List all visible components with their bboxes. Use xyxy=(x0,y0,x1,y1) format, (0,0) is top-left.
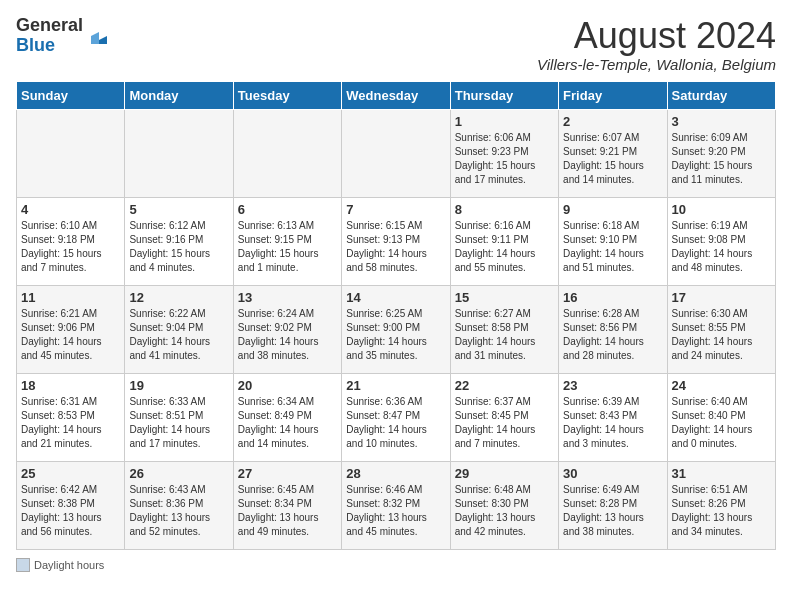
calendar-cell: 1Sunrise: 6:06 AM Sunset: 9:23 PM Daylig… xyxy=(450,109,558,197)
day-info: Sunrise: 6:27 AM Sunset: 8:58 PM Dayligh… xyxy=(455,307,554,363)
weekday-header: Saturday xyxy=(667,81,775,109)
day-info: Sunrise: 6:25 AM Sunset: 9:00 PM Dayligh… xyxy=(346,307,445,363)
calendar-cell: 30Sunrise: 6:49 AM Sunset: 8:28 PM Dayli… xyxy=(559,461,667,549)
day-number: 13 xyxy=(238,290,337,305)
page-header: General Blue August 2024 Villers-le-Temp… xyxy=(16,16,776,73)
weekday-header: Sunday xyxy=(17,81,125,109)
calendar-cell: 29Sunrise: 6:48 AM Sunset: 8:30 PM Dayli… xyxy=(450,461,558,549)
day-number: 25 xyxy=(21,466,120,481)
calendar-header: SundayMondayTuesdayWednesdayThursdayFrid… xyxy=(17,81,776,109)
weekday-header: Friday xyxy=(559,81,667,109)
day-number: 22 xyxy=(455,378,554,393)
day-number: 4 xyxy=(21,202,120,217)
calendar-cell: 23Sunrise: 6:39 AM Sunset: 8:43 PM Dayli… xyxy=(559,373,667,461)
day-number: 12 xyxy=(129,290,228,305)
legend-item: Daylight hours xyxy=(16,558,104,572)
logo: General Blue xyxy=(16,16,113,56)
calendar-cell: 14Sunrise: 6:25 AM Sunset: 9:00 PM Dayli… xyxy=(342,285,450,373)
day-info: Sunrise: 6:13 AM Sunset: 9:15 PM Dayligh… xyxy=(238,219,337,275)
weekday-header: Thursday xyxy=(450,81,558,109)
calendar-cell: 7Sunrise: 6:15 AM Sunset: 9:13 PM Daylig… xyxy=(342,197,450,285)
calendar-week-row: 1Sunrise: 6:06 AM Sunset: 9:23 PM Daylig… xyxy=(17,109,776,197)
day-number: 7 xyxy=(346,202,445,217)
day-info: Sunrise: 6:24 AM Sunset: 9:02 PM Dayligh… xyxy=(238,307,337,363)
calendar-cell: 2Sunrise: 6:07 AM Sunset: 9:21 PM Daylig… xyxy=(559,109,667,197)
day-number: 31 xyxy=(672,466,771,481)
calendar-cell: 21Sunrise: 6:36 AM Sunset: 8:47 PM Dayli… xyxy=(342,373,450,461)
day-info: Sunrise: 6:15 AM Sunset: 9:13 PM Dayligh… xyxy=(346,219,445,275)
day-info: Sunrise: 6:12 AM Sunset: 9:16 PM Dayligh… xyxy=(129,219,228,275)
calendar-cell: 28Sunrise: 6:46 AM Sunset: 8:32 PM Dayli… xyxy=(342,461,450,549)
day-number: 5 xyxy=(129,202,228,217)
day-info: Sunrise: 6:43 AM Sunset: 8:36 PM Dayligh… xyxy=(129,483,228,539)
day-info: Sunrise: 6:34 AM Sunset: 8:49 PM Dayligh… xyxy=(238,395,337,451)
calendar-cell: 25Sunrise: 6:42 AM Sunset: 8:38 PM Dayli… xyxy=(17,461,125,549)
calendar-cell: 19Sunrise: 6:33 AM Sunset: 8:51 PM Dayli… xyxy=(125,373,233,461)
weekday-header: Tuesday xyxy=(233,81,341,109)
day-number: 10 xyxy=(672,202,771,217)
day-number: 28 xyxy=(346,466,445,481)
day-info: Sunrise: 6:22 AM Sunset: 9:04 PM Dayligh… xyxy=(129,307,228,363)
calendar-cell: 20Sunrise: 6:34 AM Sunset: 8:49 PM Dayli… xyxy=(233,373,341,461)
weekday-header-row: SundayMondayTuesdayWednesdayThursdayFrid… xyxy=(17,81,776,109)
calendar-cell: 24Sunrise: 6:40 AM Sunset: 8:40 PM Dayli… xyxy=(667,373,775,461)
day-number: 17 xyxy=(672,290,771,305)
day-info: Sunrise: 6:49 AM Sunset: 8:28 PM Dayligh… xyxy=(563,483,662,539)
weekday-header: Monday xyxy=(125,81,233,109)
day-number: 27 xyxy=(238,466,337,481)
day-number: 23 xyxy=(563,378,662,393)
logo-blue: Blue xyxy=(16,35,55,55)
calendar-cell xyxy=(125,109,233,197)
calendar-cell: 5Sunrise: 6:12 AM Sunset: 9:16 PM Daylig… xyxy=(125,197,233,285)
day-info: Sunrise: 6:21 AM Sunset: 9:06 PM Dayligh… xyxy=(21,307,120,363)
day-number: 29 xyxy=(455,466,554,481)
day-info: Sunrise: 6:37 AM Sunset: 8:45 PM Dayligh… xyxy=(455,395,554,451)
day-number: 30 xyxy=(563,466,662,481)
calendar-cell: 11Sunrise: 6:21 AM Sunset: 9:06 PM Dayli… xyxy=(17,285,125,373)
day-info: Sunrise: 6:06 AM Sunset: 9:23 PM Dayligh… xyxy=(455,131,554,187)
calendar-cell: 3Sunrise: 6:09 AM Sunset: 9:20 PM Daylig… xyxy=(667,109,775,197)
day-info: Sunrise: 6:45 AM Sunset: 8:34 PM Dayligh… xyxy=(238,483,337,539)
calendar-cell: 22Sunrise: 6:37 AM Sunset: 8:45 PM Dayli… xyxy=(450,373,558,461)
day-number: 19 xyxy=(129,378,228,393)
calendar-week-row: 25Sunrise: 6:42 AM Sunset: 8:38 PM Dayli… xyxy=(17,461,776,549)
calendar-cell xyxy=(233,109,341,197)
calendar-cell: 9Sunrise: 6:18 AM Sunset: 9:10 PM Daylig… xyxy=(559,197,667,285)
day-info: Sunrise: 6:18 AM Sunset: 9:10 PM Dayligh… xyxy=(563,219,662,275)
day-number: 16 xyxy=(563,290,662,305)
day-info: Sunrise: 6:09 AM Sunset: 9:20 PM Dayligh… xyxy=(672,131,771,187)
svg-marker-1 xyxy=(91,32,99,44)
month-title: August 2024 xyxy=(537,16,776,56)
day-info: Sunrise: 6:07 AM Sunset: 9:21 PM Dayligh… xyxy=(563,131,662,187)
calendar-cell xyxy=(17,109,125,197)
legend-box xyxy=(16,558,30,572)
title-block: August 2024 Villers-le-Temple, Wallonia,… xyxy=(537,16,776,73)
calendar-cell: 8Sunrise: 6:16 AM Sunset: 9:11 PM Daylig… xyxy=(450,197,558,285)
day-number: 8 xyxy=(455,202,554,217)
day-number: 1 xyxy=(455,114,554,129)
day-info: Sunrise: 6:30 AM Sunset: 8:55 PM Dayligh… xyxy=(672,307,771,363)
calendar-cell: 6Sunrise: 6:13 AM Sunset: 9:15 PM Daylig… xyxy=(233,197,341,285)
calendar-cell: 15Sunrise: 6:27 AM Sunset: 8:58 PM Dayli… xyxy=(450,285,558,373)
day-number: 18 xyxy=(21,378,120,393)
day-info: Sunrise: 6:31 AM Sunset: 8:53 PM Dayligh… xyxy=(21,395,120,451)
calendar-cell: 13Sunrise: 6:24 AM Sunset: 9:02 PM Dayli… xyxy=(233,285,341,373)
calendar-table: SundayMondayTuesdayWednesdayThursdayFrid… xyxy=(16,81,776,550)
location-title: Villers-le-Temple, Wallonia, Belgium xyxy=(537,56,776,73)
day-number: 24 xyxy=(672,378,771,393)
day-number: 14 xyxy=(346,290,445,305)
calendar-cell: 17Sunrise: 6:30 AM Sunset: 8:55 PM Dayli… xyxy=(667,285,775,373)
calendar-cell: 4Sunrise: 6:10 AM Sunset: 9:18 PM Daylig… xyxy=(17,197,125,285)
day-info: Sunrise: 6:36 AM Sunset: 8:47 PM Dayligh… xyxy=(346,395,445,451)
day-number: 20 xyxy=(238,378,337,393)
calendar-cell: 27Sunrise: 6:45 AM Sunset: 8:34 PM Dayli… xyxy=(233,461,341,549)
calendar-cell: 18Sunrise: 6:31 AM Sunset: 8:53 PM Dayli… xyxy=(17,373,125,461)
calendar-week-row: 11Sunrise: 6:21 AM Sunset: 9:06 PM Dayli… xyxy=(17,285,776,373)
day-info: Sunrise: 6:40 AM Sunset: 8:40 PM Dayligh… xyxy=(672,395,771,451)
day-info: Sunrise: 6:48 AM Sunset: 8:30 PM Dayligh… xyxy=(455,483,554,539)
day-number: 15 xyxy=(455,290,554,305)
calendar-cell: 31Sunrise: 6:51 AM Sunset: 8:26 PM Dayli… xyxy=(667,461,775,549)
calendar-cell: 16Sunrise: 6:28 AM Sunset: 8:56 PM Dayli… xyxy=(559,285,667,373)
logo-general: General xyxy=(16,15,83,35)
calendar-cell: 26Sunrise: 6:43 AM Sunset: 8:36 PM Dayli… xyxy=(125,461,233,549)
